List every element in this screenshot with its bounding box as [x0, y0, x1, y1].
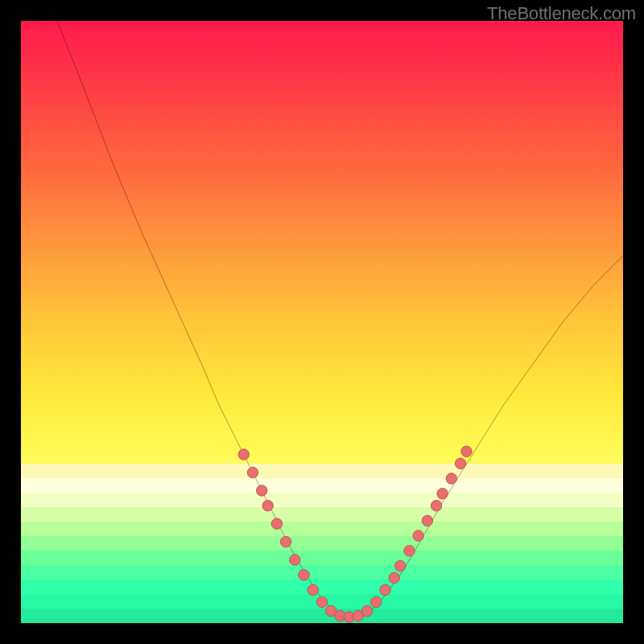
- marker-dot: [422, 515, 432, 526]
- marker-dot: [238, 449, 249, 460]
- marker-dot: [316, 597, 327, 607]
- marker-dot: [280, 536, 291, 547]
- marker-dot: [437, 488, 448, 498]
- marker-dot: [271, 518, 282, 529]
- marker-dot: [395, 560, 406, 571]
- marker-dot: [455, 458, 465, 469]
- chart-svg: [21, 21, 623, 623]
- bottleneck-curve: [57, 21, 623, 617]
- marker-dot: [361, 605, 372, 616]
- marker-dot: [431, 500, 441, 510]
- marker-dot: [299, 569, 309, 580]
- marker-dot: [308, 584, 318, 595]
- chart-frame: [21, 21, 623, 623]
- marker-dot: [247, 467, 258, 477]
- marker-dot: [404, 546, 415, 556]
- marker-dot: [461, 446, 472, 456]
- marker-dot: [290, 555, 300, 565]
- marker-dot: [389, 572, 399, 583]
- watermark-text: TheBottleneck.com: [487, 3, 636, 24]
- marker-dot: [446, 473, 456, 484]
- marker-dot: [262, 500, 273, 510]
- curve-markers: [238, 446, 472, 622]
- marker-dot: [413, 530, 423, 541]
- marker-dot: [380, 584, 390, 595]
- marker-dot: [371, 597, 382, 607]
- marker-dot: [256, 485, 266, 496]
